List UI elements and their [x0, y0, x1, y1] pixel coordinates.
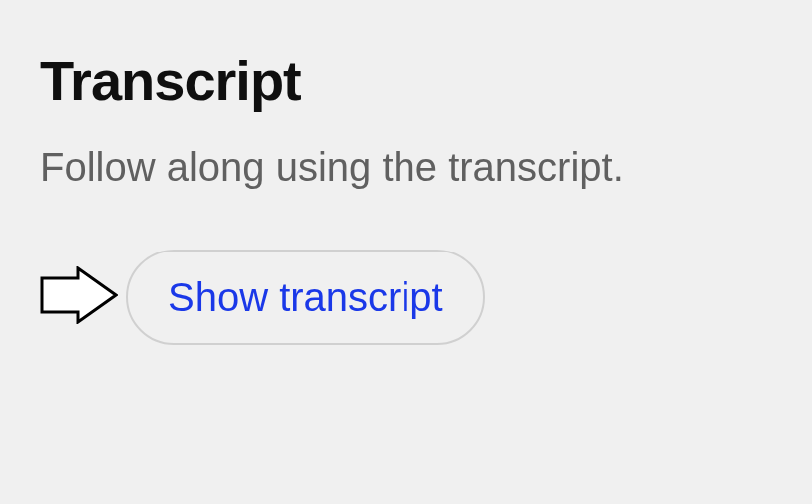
- transcript-section-title: Transcript: [40, 48, 772, 113]
- show-transcript-button[interactable]: Show transcript: [126, 250, 485, 345]
- transcript-description: Follow along using the transcript.: [40, 145, 772, 190]
- transcript-button-row: Show transcript: [40, 250, 772, 345]
- arrow-right-icon: [40, 266, 118, 328]
